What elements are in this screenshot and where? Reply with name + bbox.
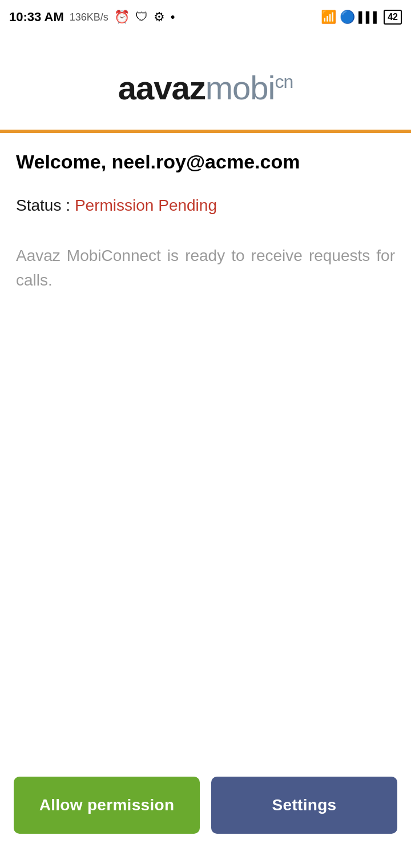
bluetooth-icon: 🔵 xyxy=(340,10,355,25)
bottom-buttons: Allow permission Settings xyxy=(0,777,411,834)
shield-icon: 🛡 xyxy=(135,10,148,25)
battery-indicator: 42 xyxy=(384,10,402,25)
allow-permission-button[interactable]: Allow permission xyxy=(14,777,200,834)
status-network: 136KB/s xyxy=(70,11,108,23)
status-bar-left: 10:33 AM 136KB/s ⏰ 🛡 ⚙ • xyxy=(9,10,175,25)
logo-aavaz: aavaz xyxy=(118,69,206,106)
app-logo: aavazmobicn xyxy=(118,69,293,107)
status-bar: 10:33 AM 136KB/s ⏰ 🛡 ⚙ • 📶 🔵 ▌▌▌ 42 xyxy=(0,0,411,34)
status-row: Status : Permission Pending xyxy=(16,196,395,215)
alarm-icon: ⏰ xyxy=(114,10,130,25)
wifi-icon: 📶 xyxy=(321,10,336,25)
dot-icon: • xyxy=(171,10,175,25)
logo-container: aavazmobicn xyxy=(0,34,411,130)
settings-icon: ⚙ xyxy=(154,10,165,25)
signal-icons: ▌▌▌ xyxy=(358,11,380,23)
status-badge: Permission Pending xyxy=(75,196,217,215)
status-bar-right: 📶 🔵 ▌▌▌ 42 xyxy=(321,10,402,25)
settings-button[interactable]: Settings xyxy=(211,777,397,834)
status-label: Status : xyxy=(16,196,70,215)
main-content: Welcome, neel.roy@acme.com Status : Perm… xyxy=(0,133,411,293)
logo-mobi: mobi xyxy=(206,69,275,106)
description-text: Aavaz MobiConnect is ready to receive re… xyxy=(16,243,395,293)
logo-cn: cn xyxy=(275,71,293,92)
welcome-message: Welcome, neel.roy@acme.com xyxy=(16,150,395,174)
status-time: 10:33 AM xyxy=(9,10,64,25)
